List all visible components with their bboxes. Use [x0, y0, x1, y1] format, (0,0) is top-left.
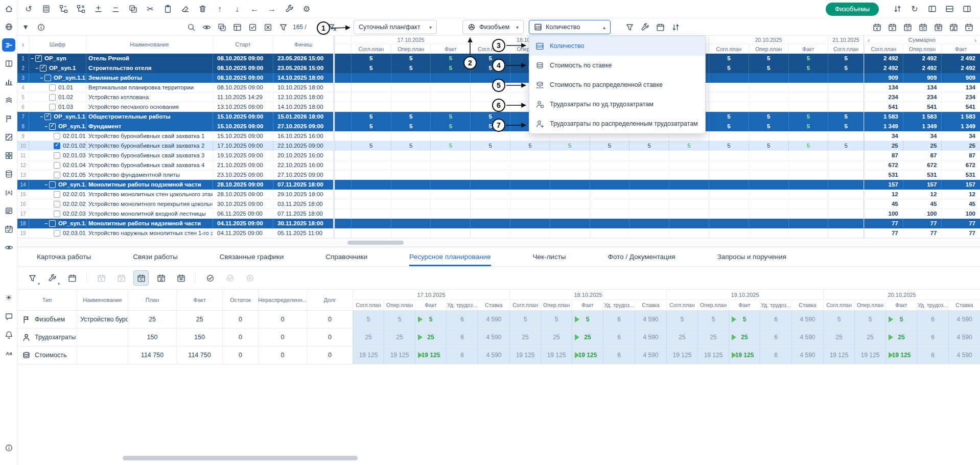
work-row[interactable]: 1502.02.01Устройство монолитных стен цок… [17, 190, 333, 199]
summary-row[interactable]: 909909909 [864, 73, 980, 83]
row-checkbox[interactable] [35, 55, 42, 62]
work-row[interactable]: 1202.01.04Устройство буронабивных свай з… [17, 160, 333, 170]
work-row[interactable]: 1602.02.02Устройство монолитного перекры… [17, 199, 333, 209]
sidebar-item-home[interactable] [0, 0, 17, 17]
row-checkbox[interactable] [54, 201, 60, 207]
work-row[interactable]: 3−OP_syn.1.1.1Земляные работы08.10.2025 … [17, 73, 333, 83]
row-checkbox[interactable] [40, 65, 46, 72]
page-scrollbar-thumb[interactable] [123, 456, 358, 460]
collapse-icon[interactable]: − [39, 114, 44, 120]
collapse-icon[interactable]: − [30, 56, 35, 61]
summary-row[interactable]: 1 3491 3491 349 [864, 122, 980, 131]
sidebar-item-brightness[interactable]: ☀ [0, 289, 17, 307]
refresh-button[interactable]: ↻ [907, 2, 922, 16]
row-checkbox[interactable] [49, 84, 56, 91]
collapse-icon[interactable]: − [44, 221, 49, 226]
info-button[interactable] [34, 20, 48, 34]
row-checkbox[interactable] [49, 123, 56, 130]
menu-item-трудозатраты-по-уд-трудозатратам[interactable]: Трудозатраты по уд.трудозатратам [529, 95, 705, 114]
wrench-button[interactable]: ▾ [44, 270, 60, 286]
row-remove-button[interactable] [108, 2, 123, 16]
tree-add-button[interactable] [56, 2, 71, 16]
grid-row[interactable] [335, 180, 864, 190]
table-copy-button[interactable] [126, 2, 140, 16]
sidebar-item-database[interactable] [0, 165, 17, 183]
row-checkbox[interactable] [54, 152, 60, 159]
tab-связанные-графики[interactable]: Связанные графики [220, 247, 284, 266]
calendar-f-button[interactable]: Ф [931, 20, 945, 34]
calendar-button[interactable] [653, 20, 667, 34]
grid-row[interactable] [335, 160, 864, 170]
sidebar-item-gantt[interactable] [0, 36, 17, 54]
sidebar-item-calendar-check[interactable] [0, 220, 17, 238]
calendar-next-button[interactable] [113, 270, 129, 286]
phys-volumes-button[interactable]: Физобъемы [826, 3, 879, 16]
metric-dropdown[interactable]: 123Количество▴ [529, 20, 611, 34]
work-row[interactable]: 1302.01.05Устройство фундаментной плиты2… [17, 170, 333, 180]
panel-left-button[interactable] [925, 2, 939, 16]
menu-item-количество[interactable]: 123Количество [529, 36, 705, 56]
grid-row[interactable] [335, 228, 864, 238]
search-button[interactable] [184, 20, 198, 34]
summary-row[interactable]: 454545 [864, 199, 980, 209]
row-checkbox[interactable] [54, 191, 60, 198]
row-checkbox[interactable] [44, 75, 51, 81]
check-circle-alt-button[interactable] [222, 270, 238, 286]
filter-button[interactable] [622, 20, 637, 34]
row-checkbox[interactable] [54, 143, 60, 149]
grid-scrollbar-track[interactable] [17, 238, 980, 247]
cut-button[interactable]: ✂ [143, 2, 157, 16]
summary-row[interactable]: 157157157 [864, 180, 980, 190]
sidebar-item-chat[interactable] [0, 307, 17, 326]
row-checkbox[interactable] [49, 104, 56, 110]
tab-связи-работы[interactable]: Связи работы [133, 247, 177, 266]
caret-down-button[interactable]: ▾ [18, 20, 33, 34]
collapse-icon[interactable]: − [39, 75, 44, 81]
wrench-button[interactable] [638, 20, 652, 34]
swap-vertical-button[interactable] [890, 2, 904, 16]
expand-pane-icon[interactable]: › [22, 40, 25, 49]
summary-next-icon[interactable]: › [974, 36, 976, 44]
arrow-right-button[interactable]: → [265, 2, 279, 16]
work-row[interactable]: 601.03Устройство песчаного основания13.1… [17, 102, 333, 112]
paste-button[interactable] [160, 2, 175, 16]
summary-row[interactable]: 100100100 [864, 209, 980, 219]
eye-button[interactable] [199, 20, 214, 34]
table-copy-button[interactable] [215, 20, 229, 34]
summary-row[interactable]: 343434 [864, 131, 980, 141]
row-checkbox[interactable] [54, 133, 60, 140]
calendar-d-button[interactable]: Д [946, 20, 961, 34]
sidebar-item-list-card[interactable] [0, 201, 17, 220]
work-row[interactable]: 501.02Устройство котлована11.10.2025 14:… [17, 92, 333, 102]
work-row[interactable]: 1002.01.02Устройство буронабивных свай з… [17, 141, 333, 151]
summary-row[interactable]: 777777 [864, 219, 980, 228]
settings-button[interactable]: ⚙ [299, 2, 314, 16]
row-checkbox[interactable] [54, 211, 60, 217]
sidebar-item-chart[interactable] [0, 73, 17, 91]
panel-split-button[interactable] [942, 2, 956, 16]
row-checkbox[interactable] [44, 113, 51, 120]
tab-справочники[interactable]: Справочники [325, 247, 367, 266]
menu-item-трудозатраты-по-распределенным-трудозатратам[interactable]: Трудозатраты по распределенным трудозатр… [529, 114, 705, 133]
summary-row[interactable]: 878787 [864, 151, 980, 160]
work-row[interactable]: 1702.02.03Устройство монолитной входной … [17, 209, 333, 219]
calendar-f-button[interactable]: Ф [173, 270, 189, 286]
calendar-plain-button[interactable] [962, 20, 976, 34]
row-add-button[interactable] [91, 2, 105, 16]
undo-button[interactable]: ↺ [21, 2, 36, 16]
sidebar-item-eye[interactable] [0, 238, 17, 257]
calendar-button[interactable] [64, 270, 80, 286]
sidebar-item-text-block[interactable]: [A] [0, 183, 17, 201]
work-row[interactable]: 8−OP_syn.1.1...Фундамент15.10.2025 09:00… [17, 122, 333, 131]
work-row[interactable]: 401.01Вертикальная планировка территории… [17, 83, 333, 92]
resource-row-трудозатраты[interactable]: Трудозатраты15015000025252564 5902525256… [17, 329, 980, 346]
plan-mode-dropdown[interactable]: Суточный план/факт▾ [354, 20, 437, 34]
row-checkbox[interactable] [54, 230, 60, 237]
tree-unlink-button[interactable] [74, 2, 88, 16]
calculator-button[interactable] [39, 2, 53, 16]
resource-row-физобъем[interactable]: ФизобъемУстройство буронаб...25250005556… [17, 311, 980, 329]
grid-row[interactable]: 5555555555555 [335, 141, 864, 151]
sidebar-item-bell[interactable] [0, 326, 17, 344]
row-checkbox[interactable] [54, 172, 60, 178]
arrow-left-button[interactable]: ← [247, 2, 262, 16]
